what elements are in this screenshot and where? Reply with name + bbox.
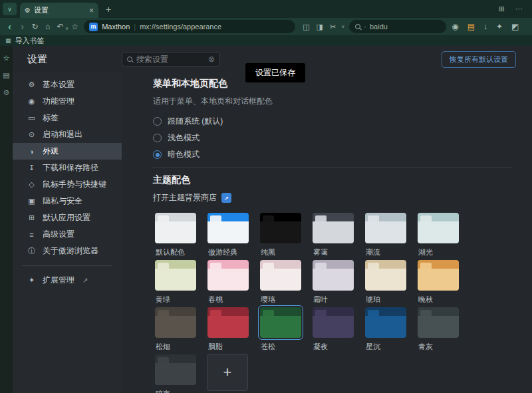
snip-icon[interactable]: ✂ — [330, 23, 336, 31]
theme-swatch[interactable]: 晚秋 — [416, 258, 461, 304]
theme-swatch[interactable]: 星沉 — [363, 305, 408, 351]
reader-mode-icon[interactable]: ◫ — [303, 23, 309, 31]
radio-option[interactable]: 浅色模式 — [153, 130, 532, 146]
sidebar-item-gear[interactable]: ⚙基本设置 — [13, 76, 122, 93]
radio-option[interactable]: 暗色模式 — [153, 146, 532, 163]
theme-swatch[interactable]: 暗夜 — [153, 352, 198, 393]
favorites-dock-icon[interactable]: ☆ — [3, 54, 10, 63]
plus-icon: + — [223, 364, 232, 381]
settings-sidebar: ⚙基本设置◉功能管理▭标签⊙启动和退出◑外观↧下载和保存路径◇鼠标手势与快捷键▣… — [13, 72, 122, 393]
settings-search-input[interactable] — [136, 55, 204, 64]
sidebar-item-privacy[interactable]: ▣隐私与安全 — [13, 193, 122, 209]
settings-search-box[interactable]: ⊗ — [122, 52, 220, 66]
theme-swatch[interactable]: 松烟 — [153, 305, 198, 351]
maxthon-logo-icon: m — [89, 23, 98, 31]
panels-dock-icon[interactable]: ▤ — [3, 71, 9, 80]
split-view-icon[interactable]: ◨ — [317, 23, 323, 31]
sidebar-item-appearance[interactable]: ◑外观 — [13, 143, 122, 160]
extensions-icon[interactable]: ✦ — [496, 22, 503, 31]
refresh-icon[interactable]: ↻ — [29, 22, 41, 31]
sidebar-item-download-path[interactable]: ↧下载和保存路径 — [13, 160, 122, 176]
workspace-icon[interactable]: ⊞ — [499, 5, 505, 13]
import-bookmarks-button[interactable]: 导入书签 — [15, 36, 45, 46]
theme-preview — [418, 307, 459, 338]
sidebar-item-power[interactable]: ⊙启动和退出 — [13, 126, 122, 143]
search-separator: · — [364, 23, 366, 31]
home-icon[interactable]: ⌂ — [41, 22, 54, 31]
theme-swatch-frame — [153, 258, 198, 293]
power-icon: ⊙ — [27, 130, 36, 139]
skins-icon[interactable]: ◩ — [511, 22, 519, 31]
tab-list-menu-button[interactable]: ∨ — [3, 3, 17, 15]
theme-swatch[interactable]: 春桃 — [205, 258, 251, 304]
forward-icon[interactable]: › — [16, 21, 29, 32]
address-separator: | — [134, 23, 136, 31]
theme-name: 春桃 — [208, 295, 251, 304]
address-url[interactable]: mx://settings/appearance — [140, 23, 221, 31]
favorite-star-icon[interactable]: ☆ — [68, 22, 81, 31]
add-theme-button[interactable]: + — [207, 354, 248, 391]
theme-swatch[interactable]: 雾霭 — [311, 211, 356, 257]
new-tab-button[interactable]: + — [106, 4, 111, 15]
web-search-box[interactable]: · baidu — [349, 20, 446, 33]
theme-preview-body — [365, 316, 406, 338]
settings-dock-icon[interactable]: ⚙ — [3, 88, 10, 97]
sidebar-item-label: 扩展管理 — [43, 275, 74, 286]
chevron-down-icon[interactable]: ∨ — [341, 24, 344, 29]
advanced-icon: ≡ — [27, 231, 36, 239]
theme-swatch[interactable]: 默认配色 — [153, 211, 198, 257]
theme-swatch[interactable]: 胭脂 — [205, 305, 251, 351]
theme-swatch[interactable]: 青灰 — [416, 305, 461, 351]
more-icon[interactable]: ⋯ — [515, 5, 523, 13]
theme-swatch-frame — [258, 258, 303, 293]
theme-preview-titlebar — [313, 260, 354, 269]
theme-swatch[interactable]: 黄绿 — [153, 258, 198, 304]
theme-name: 潮流 — [366, 248, 408, 257]
theme-swatch[interactable]: 璎珞 — [258, 258, 303, 304]
theme-swatch[interactable]: 凝夜 — [311, 305, 356, 351]
section-title-color-mode: 菜单和本地页配色 — [153, 78, 532, 88]
screenshot-icon[interactable]: ◉ — [452, 22, 458, 31]
sidebar-item-features[interactable]: ◉功能管理 — [13, 93, 122, 110]
sidebar-item-tabs[interactable]: ▭标签 — [13, 110, 122, 126]
theme-preview-body — [207, 316, 249, 338]
tab-title: 设置 — [34, 5, 86, 15]
download-icon[interactable]: ↓ — [483, 22, 487, 31]
browser-tab-settings[interactable]: ⚙ 设置 × — [20, 3, 98, 18]
theme-store-icon[interactable]: ↗ — [221, 193, 231, 203]
theme-preview-body — [313, 316, 354, 338]
radio-option[interactable]: 跟随系统 (默认) — [153, 113, 532, 130]
theme-swatch[interactable]: 傲游经典 — [205, 211, 251, 257]
theme-preview-tab — [210, 263, 221, 269]
undo-button[interactable]: ↶ ∨ — [54, 22, 68, 31]
settings-page: 设置 ⊗ 恢复所有默认设置 设置已保存 ⚙基本设置◉功能管理▭标签⊙启动和退出◑… — [13, 46, 532, 393]
theme-preview-titlebar — [207, 260, 249, 269]
theme-swatch[interactable]: 纯黑 — [258, 211, 303, 257]
theme-swatch-frame — [363, 305, 408, 340]
clear-search-icon[interactable]: ⊗ — [208, 55, 215, 64]
theme-swatch[interactable]: 苍松 — [258, 305, 303, 351]
theme-swatch[interactable]: 琥珀 — [363, 258, 408, 304]
theme-swatch-frame — [311, 211, 356, 245]
address-bar[interactable]: m Maxthon | mx://settings/appearance — [84, 20, 295, 33]
sidebar-item-extensions[interactable]: ✦ 扩展管理 ↗ — [13, 272, 122, 289]
theme-swatch[interactable]: 潮流 — [363, 211, 408, 257]
theme-preview-titlebar — [313, 213, 354, 221]
close-tab-icon[interactable]: × — [89, 6, 94, 15]
privacy-icon: ▣ — [27, 197, 36, 205]
restore-defaults-button[interactable]: 恢复所有默认设置 — [442, 51, 516, 68]
theme-preview-tab — [368, 215, 379, 221]
sidebar-item-about[interactable]: ⓘ关于傲游浏览器 — [13, 243, 122, 259]
theme-store-link[interactable]: 打开主题背景商店 — [153, 192, 217, 203]
back-icon[interactable]: ‹ — [3, 21, 16, 32]
note-icon[interactable]: ▤ — [467, 22, 475, 31]
theme-swatch[interactable]: 霜叶 — [311, 258, 356, 304]
sidebar-item-default-apps[interactable]: ⊞默认应用设置 — [13, 209, 122, 226]
sidebar-item-advanced[interactable]: ≡高级设置 — [13, 226, 122, 243]
sidebar-item-mouse-gesture[interactable]: ◇鼠标手势与快捷键 — [13, 176, 122, 193]
search-engine-label: baidu — [370, 23, 388, 31]
sidebar-item-label: 启动和退出 — [43, 129, 82, 140]
theme-swatch[interactable]: 湖光 — [416, 211, 461, 257]
radio-label: 暗色模式 — [168, 149, 200, 160]
theme-preview-titlebar — [365, 213, 406, 221]
